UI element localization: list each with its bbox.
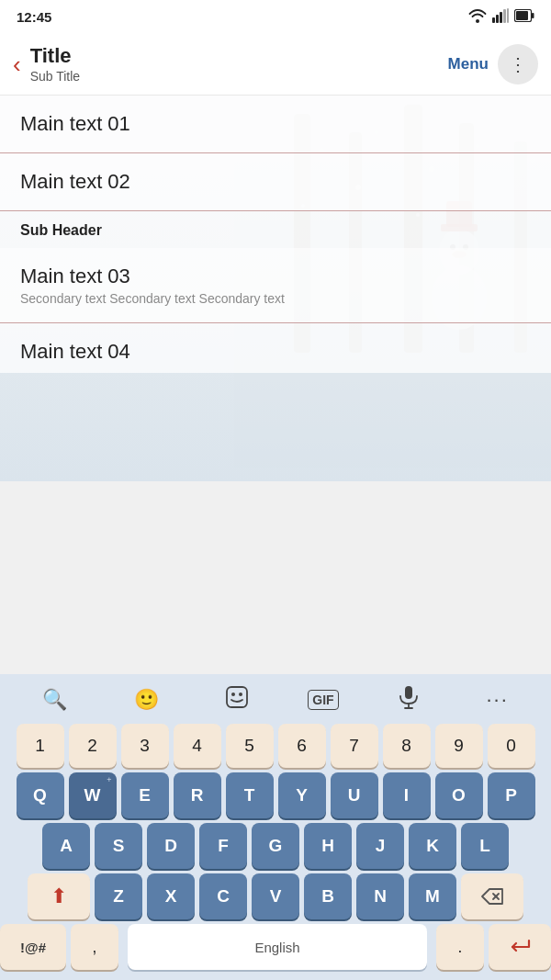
svg-rect-0 [492, 17, 495, 23]
svg-rect-28 [227, 687, 247, 707]
key-h[interactable]: H [304, 823, 352, 869]
key-8[interactable]: 8 [383, 724, 431, 768]
key-6[interactable]: 6 [278, 724, 326, 768]
status-time: 12:45 [17, 9, 51, 25]
key-t[interactable]: T [226, 772, 274, 818]
key-e[interactable]: E [121, 772, 169, 818]
svg-rect-4 [507, 8, 509, 23]
list-item-main-text: Main text 04 [20, 340, 531, 364]
key-z[interactable]: Z [95, 873, 142, 919]
list-item-main-text: Main text 01 [20, 112, 531, 136]
key-7[interactable]: 7 [331, 724, 378, 768]
key-d[interactable]: D [147, 823, 195, 869]
svg-point-29 [231, 693, 235, 696]
list-item-partial: Main text 04 [0, 323, 551, 373]
bottom-row: !@# , English . [0, 924, 551, 970]
key-a[interactable]: A [42, 823, 90, 869]
status-icons [468, 8, 534, 26]
battery-icon [514, 9, 534, 25]
key-m[interactable]: M [409, 873, 456, 919]
asdf-row: A S D F G H J K L [0, 823, 551, 869]
backspace-button[interactable] [461, 873, 523, 919]
svg-rect-1 [496, 15, 499, 23]
svg-rect-2 [500, 12, 502, 23]
key-r[interactable]: R [174, 772, 221, 818]
emoji-icon[interactable]: 🙂 [127, 684, 166, 715]
wifi-icon [468, 8, 487, 26]
search-icon[interactable]: 🔍 [35, 684, 74, 715]
list-item-secondary-text: Secondary text Secondary text Secondary … [20, 291, 531, 306]
list-item: Main text 01 [0, 96, 551, 153]
symbols-button[interactable]: !@# [0, 924, 66, 970]
key-c[interactable]: C [199, 873, 247, 919]
sticker-icon[interactable] [218, 681, 256, 718]
content-area: Main text 01 Main text 02 Sub Header Mai… [0, 96, 551, 481]
key-y[interactable]: Y [278, 772, 326, 818]
svg-rect-3 [503, 9, 506, 23]
keyboard-toolbar: 🔍 🙂 GIF ··· [0, 674, 551, 724]
key-k[interactable]: K [409, 823, 456, 869]
list-item-main-text: Main text 03 [20, 265, 531, 288]
app-subtitle: Sub Title [30, 69, 448, 84]
more-options-button[interactable]: ⋮ [498, 44, 538, 84]
key-1[interactable]: 1 [17, 724, 64, 768]
signal-icon [492, 8, 509, 26]
key-l[interactable]: L [461, 823, 509, 869]
enter-button[interactable] [489, 924, 551, 970]
key-g[interactable]: G [252, 823, 299, 869]
status-bar: 12:45 [0, 0, 551, 33]
key-u[interactable]: U [331, 772, 378, 818]
svg-rect-7 [532, 13, 534, 18]
more-toolbar-icon[interactable]: ··· [478, 684, 515, 715]
key-s[interactable]: S [95, 823, 142, 869]
key-b[interactable]: B [304, 873, 352, 919]
number-row: 1 2 3 4 5 6 7 8 9 0 [0, 724, 551, 768]
svg-rect-6 [516, 11, 528, 20]
app-bar: ‹ Title Sub Title Menu ⋮ [0, 33, 551, 96]
list-container: Main text 01 Main text 02 Sub Header Mai… [0, 96, 551, 373]
key-p[interactable]: P [488, 772, 535, 818]
key-v[interactable]: V [252, 873, 299, 919]
shift-button[interactable]: ⬆ [28, 873, 90, 919]
key-0[interactable]: 0 [488, 724, 535, 768]
key-q[interactable]: Q [17, 772, 64, 818]
period-key[interactable]: . [436, 924, 484, 970]
svg-rect-31 [405, 686, 412, 699]
zxcv-row: ⬆ Z X C V B N M [0, 873, 551, 919]
list-item: Main text 03 Secondary text Secondary te… [0, 248, 551, 323]
key-j[interactable]: J [356, 823, 404, 869]
app-title: Title [30, 44, 448, 68]
key-5[interactable]: 5 [226, 724, 274, 768]
title-group: Title Sub Title [30, 44, 448, 83]
qwerty-row: Q W+ E R T Y U I O P [0, 772, 551, 818]
key-o[interactable]: O [435, 772, 483, 818]
app-bar-actions: Menu ⋮ [448, 44, 538, 84]
key-2[interactable]: 2 [69, 724, 117, 768]
list-item: Main text 02 [0, 153, 551, 211]
keyboard-area: 🔍 🙂 GIF ··· 1 2 3 4 5 6 7 [0, 674, 551, 980]
key-f[interactable]: F [199, 823, 247, 869]
key-x[interactable]: X [147, 873, 195, 919]
gif-button[interactable]: GIF [308, 690, 338, 710]
space-key[interactable]: English [128, 924, 427, 970]
key-3[interactable]: 3 [121, 724, 169, 768]
key-9[interactable]: 9 [435, 724, 483, 768]
key-i[interactable]: I [383, 772, 431, 818]
shift-icon: ⬆ [51, 884, 67, 908]
mic-icon[interactable] [390, 681, 427, 718]
key-w[interactable]: W+ [69, 772, 117, 818]
menu-button[interactable]: Menu [448, 55, 489, 73]
key-n[interactable]: N [356, 873, 404, 919]
key-4[interactable]: 4 [174, 724, 221, 768]
back-button[interactable]: ‹ [13, 52, 21, 76]
sub-header: Sub Header [0, 211, 551, 248]
svg-point-30 [239, 693, 242, 696]
list-item-main-text: Main text 02 [20, 170, 531, 194]
comma-key[interactable]: , [71, 924, 118, 970]
